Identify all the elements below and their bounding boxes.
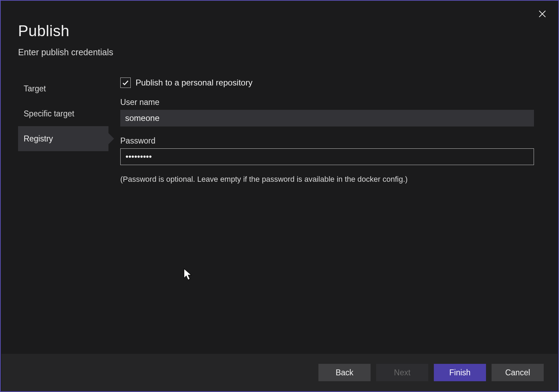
wizard-sidebar: Target Specific target Registry bbox=[1, 76, 108, 184]
sidebar-item-specific-target[interactable]: Specific target bbox=[18, 101, 108, 126]
password-input[interactable] bbox=[120, 148, 534, 165]
mouse-cursor-icon bbox=[184, 268, 193, 281]
password-hint: (Password is optional. Leave empty if th… bbox=[120, 175, 534, 184]
password-label: Password bbox=[120, 136, 534, 146]
close-icon bbox=[538, 10, 546, 18]
check-icon bbox=[122, 79, 129, 87]
username-input[interactable] bbox=[120, 110, 534, 126]
sidebar-item-label: Registry bbox=[24, 134, 53, 144]
close-button[interactable] bbox=[536, 8, 549, 20]
dialog-content: Target Specific target Registry Publish … bbox=[1, 76, 558, 184]
finish-button[interactable]: Finish bbox=[434, 364, 486, 381]
sidebar-item-target[interactable]: Target bbox=[18, 76, 108, 101]
sidebar-item-label: Specific target bbox=[24, 109, 74, 119]
personal-repo-row: Publish to a personal repository bbox=[120, 77, 534, 88]
username-group: User name bbox=[120, 98, 534, 126]
dialog-footer: Back Next Finish Cancel bbox=[1, 354, 558, 391]
sidebar-item-registry[interactable]: Registry bbox=[18, 126, 108, 151]
page-subtitle: Enter publish credentials bbox=[18, 47, 541, 57]
personal-repo-checkbox[interactable] bbox=[120, 77, 131, 88]
next-button: Next bbox=[376, 364, 428, 381]
sidebar-item-label: Target bbox=[24, 84, 46, 93]
password-group: Password bbox=[120, 136, 534, 165]
username-label: User name bbox=[120, 98, 534, 107]
back-button[interactable]: Back bbox=[318, 364, 371, 381]
cancel-button[interactable]: Cancel bbox=[492, 364, 544, 381]
form-area: Publish to a personal repository User na… bbox=[108, 76, 558, 184]
dialog-header: Publish Enter publish credentials bbox=[1, 1, 558, 57]
personal-repo-label: Publish to a personal repository bbox=[136, 78, 252, 88]
page-title: Publish bbox=[18, 22, 541, 40]
